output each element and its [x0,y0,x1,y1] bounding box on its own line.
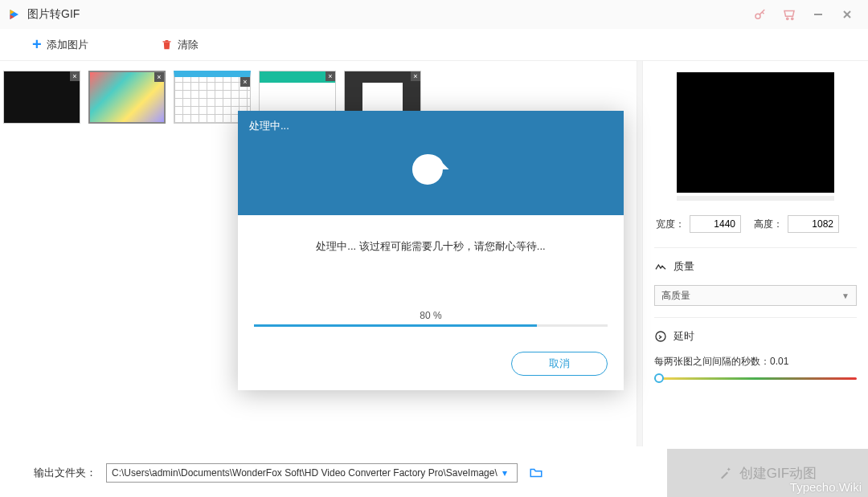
thumb-close-icon[interactable]: × [70,71,80,81]
open-folder-icon[interactable] [527,466,545,480]
thumb-close-icon[interactable]: × [411,71,420,81]
wand-icon [719,466,733,480]
trash-icon [161,39,173,51]
chevron-down-icon: ▼ [841,291,850,300]
height-input[interactable] [788,215,839,233]
minimize-button[interactable] [804,0,833,29]
create-gif-button: 创建GIF动图 [667,449,868,497]
close-button[interactable] [833,0,862,29]
quality-select[interactable]: 高质量 ▼ [654,285,857,306]
activate-icon[interactable] [746,0,775,29]
preview-scrubber[interactable] [677,196,834,201]
dialog-message: 处理中... 该过程可能需要几十秒，请您耐心等待... [254,239,608,254]
cancel-button[interactable]: 取消 [511,352,608,376]
add-image-button[interactable]: + 添加图片 [32,35,88,54]
cart-icon[interactable] [775,0,804,29]
thumbnail[interactable]: × [88,71,166,124]
delay-value: 0.01 [770,356,788,367]
output-path-text: C:\Users\admin\Documents\WonderFox Soft\… [112,467,497,479]
toolbar: + 添加图片 清除 [0,29,868,61]
delay-slider[interactable] [654,372,857,385]
thumb-close-icon[interactable]: × [240,77,250,87]
droplet-icon [411,153,450,185]
delay-heading: 延时 [674,329,694,344]
app-logo-icon [6,7,21,22]
quality-icon [654,260,667,273]
progress-bar [254,324,608,327]
quality-heading: 质量 [674,259,694,274]
add-image-label: 添加图片 [47,38,88,52]
app-title: 图片转GIF [27,7,80,22]
plus-icon: + [32,35,42,54]
right-panel: 宽度： 高度： 质量 高质量 ▼ 延时 每两张图之间间隔的秒数：0.01 [643,61,868,446]
quality-value: 高质量 [661,289,690,303]
dialog-title: 处理中... [249,119,612,133]
width-label: 宽度： [656,218,685,231]
clear-label: 清除 [178,38,199,52]
thumb-close-icon[interactable]: × [326,71,335,81]
bottom-bar: 输出文件夹： C:\Users\admin\Documents\WonderFo… [0,449,868,497]
path-dropdown-icon[interactable]: ▾ [497,467,512,479]
preview-canvas [677,72,834,193]
output-label: 输出文件夹： [34,466,96,480]
svg-point-5 [792,18,793,19]
vertical-divider [637,61,643,446]
thumbnail[interactable]: × [3,71,80,124]
progress-percent: 80 % [254,310,608,321]
slider-thumb[interactable] [654,373,664,383]
delay-description: 每两张图之间间隔的秒数：0.01 [654,356,788,367]
height-label: 高度： [754,218,783,231]
width-input[interactable] [690,215,741,233]
thumb-close-icon[interactable]: × [154,72,164,82]
titlebar: 图片转GIF [0,0,868,29]
output-path-field[interactable]: C:\Users\admin\Documents\WonderFox Soft\… [106,463,518,483]
processing-dialog: 处理中... 处理中... 该过程可能需要几十秒，请您耐心等待... 80 % … [238,111,624,390]
create-gif-label: 创建GIF动图 [739,464,817,483]
clear-button[interactable]: 清除 [161,38,199,52]
cancel-label: 取消 [549,356,570,371]
svg-point-4 [787,18,788,19]
delay-icon [654,330,667,343]
